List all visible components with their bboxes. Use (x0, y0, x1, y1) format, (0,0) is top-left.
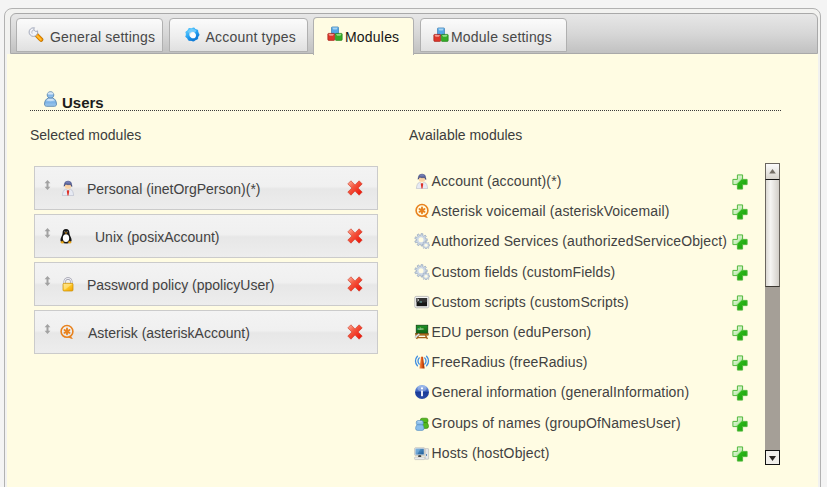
svg-text:abc: abc (417, 326, 424, 331)
